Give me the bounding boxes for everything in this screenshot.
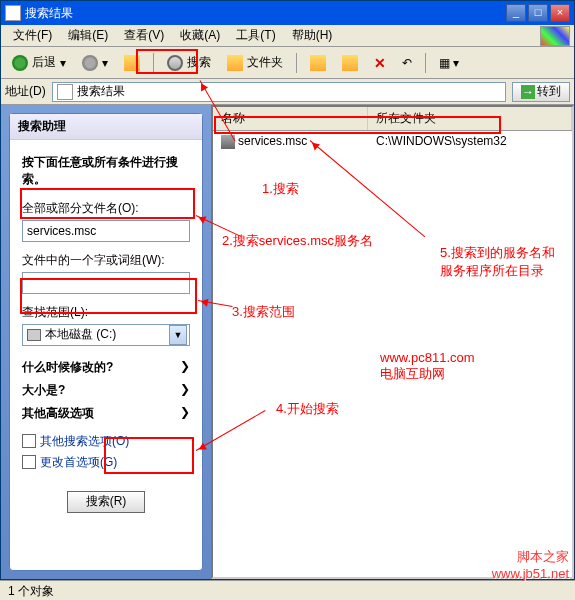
folder-icon [227,55,243,71]
service-file-icon [221,135,235,149]
filename-label: 全部或部分文件名(O): [22,200,190,217]
menu-view[interactable]: 查看(V) [116,25,172,46]
menu-file[interactable]: 文件(F) [5,25,60,46]
app-window: 搜索结果 _ □ × 文件(F) 编辑(E) 查看(V) 收藏(A) 工具(T)… [0,0,575,580]
col-name[interactable]: 名称 [213,107,368,130]
search-instruction: 按下面任意或所有条件进行搜索。 [22,154,190,188]
scope-select[interactable]: 本地磁盘 (C:) [22,324,190,346]
other-options-link[interactable]: 其他搜索选项(O) [22,431,190,452]
col-folder[interactable]: 所在文件夹 [368,107,572,130]
search-submit-button[interactable]: 搜索(R) [67,491,145,513]
address-label: 地址(D) [5,83,46,100]
maximize-button[interactable]: □ [528,4,548,22]
menu-tools[interactable]: 工具(T) [228,25,283,46]
menubar: 文件(F) 编辑(E) 查看(V) 收藏(A) 工具(T) 帮助(H) [1,25,574,47]
content-label: 文件中的一个字或词组(W): [22,252,190,269]
delete-x-icon: ✕ [374,55,386,71]
menu-help[interactable]: 帮助(H) [284,25,341,46]
views-button[interactable]: ▦ ▾ [432,51,466,75]
back-icon [12,55,28,71]
back-button[interactable]: 后退 ▾ [5,51,73,75]
change-prefs-link[interactable]: 更改首选项(G) [22,452,190,473]
copy-to-button[interactable] [335,51,365,75]
size-option[interactable]: 大小是? [22,379,190,402]
content-input[interactable] [22,272,190,294]
filename-input[interactable] [22,220,190,242]
location-icon [57,84,73,100]
modified-option[interactable]: 什么时候修改的? [22,356,190,379]
content-area: 搜索助理 按下面任意或所有条件进行搜索。 全部或部分文件名(O): 文件中的一个… [1,105,574,579]
up-button[interactable] [117,51,147,75]
minimize-button[interactable]: _ [506,4,526,22]
watermark: 脚本之家 www.jb51.net [492,548,569,581]
move-icon [310,55,326,71]
search-button[interactable]: 搜索 [160,51,218,75]
forward-button[interactable]: ▾ [75,51,115,75]
separator [153,53,154,73]
results-pane: 名称 所在文件夹 services.msc C:\WINDOWS\system3… [211,105,574,579]
search-panel: 搜索助理 按下面任意或所有条件进行搜索。 全部或部分文件名(O): 文件中的一个… [9,113,203,571]
options-icon [22,434,36,448]
forward-icon [82,55,98,71]
address-bar: 地址(D) 搜索结果 →转到 [1,79,574,105]
advanced-option[interactable]: 其他高级选项 [22,402,190,425]
search-sidebar: 搜索助理 按下面任意或所有条件进行搜索。 全部或部分文件名(O): 文件中的一个… [1,105,211,579]
delete-button[interactable]: ✕ [367,51,393,75]
result-row[interactable]: services.msc C:\WINDOWS\system32 [213,131,572,152]
folders-button[interactable]: 文件夹 [220,51,290,75]
go-button[interactable]: →转到 [512,82,570,102]
menu-edit[interactable]: 编辑(E) [60,25,116,46]
search-icon [167,55,183,71]
separator [425,53,426,73]
separator [296,53,297,73]
address-input[interactable]: 搜索结果 [52,82,506,102]
undo-button[interactable]: ↶ [395,51,419,75]
app-icon [5,5,21,21]
titlebar: 搜索结果 _ □ × [1,1,574,25]
copy-icon [342,55,358,71]
menu-favorites[interactable]: 收藏(A) [172,25,228,46]
close-button[interactable]: × [550,4,570,22]
panel-title: 搜索助理 [10,114,202,140]
window-title: 搜索结果 [25,5,73,22]
toolbar: 后退 ▾ ▾ 搜索 文件夹 ✕ ↶ ▦ ▾ [1,47,574,79]
windows-logo-icon [540,26,570,46]
disk-icon [27,329,41,341]
go-arrow-icon: → [521,85,535,99]
status-bar: 1 个对象 [0,580,575,600]
column-headers: 名称 所在文件夹 [213,107,572,131]
scope-label: 查找范围(L): [22,304,190,321]
prefs-icon [22,455,36,469]
up-folder-icon [124,55,140,71]
move-to-button[interactable] [303,51,333,75]
